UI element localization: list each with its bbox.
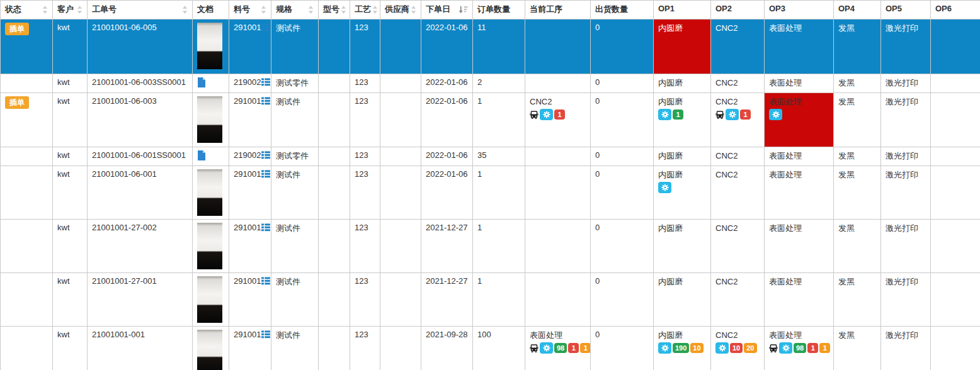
sort-icon[interactable] [182, 6, 188, 14]
spec-value: 测试件 [276, 277, 300, 286]
column-header-part_no[interactable]: 料号 [229, 1, 271, 20]
cell-current_op: CNC21 [525, 93, 591, 147]
craft-value: 123 [355, 223, 368, 232]
shipped-value: 0 [595, 223, 600, 232]
cell-op3: 表面处理 [765, 220, 834, 273]
process-name: 激光打印 [886, 150, 926, 161]
photo-thumbnail[interactable] [197, 330, 222, 370]
shipped-value: 0 [595, 96, 600, 106]
list-icon[interactable] [261, 170, 270, 178]
gear-icon[interactable] [658, 109, 671, 120]
order_no-value: 21001001-06-005 [92, 23, 157, 32]
cell-op4: 发黑 [834, 220, 881, 273]
table-row[interactable]: kwt21001001-06-001291001测试件1232022-01-06… [1, 166, 980, 220]
spec-value: 测试件 [276, 97, 300, 106]
gear-icon[interactable] [540, 109, 553, 120]
cell-model [319, 166, 350, 220]
column-header-supplier[interactable]: 供应商 [380, 1, 421, 20]
cell-op6 [931, 93, 980, 147]
photo-thumbnail[interactable] [197, 223, 222, 269]
cell-order_date: 2022-01-06 [421, 93, 473, 147]
cell-spec: 测试件 [271, 327, 319, 370]
gear-icon[interactable] [658, 342, 671, 354]
qty-value: 11 [477, 23, 486, 32]
gear-icon[interactable] [715, 342, 729, 354]
order_no-value: 21001001-001 [92, 330, 145, 339]
cell-qty: 1 [473, 273, 525, 327]
cell-op2: CNC2 [711, 166, 765, 220]
cell-part_no: 291001 [229, 93, 271, 147]
sort-icon[interactable] [411, 6, 416, 14]
customer-value: kwt [57, 169, 70, 179]
sort-icon[interactable] [341, 6, 346, 14]
gear-icon[interactable] [769, 109, 782, 120]
process-name: 表面处理 [769, 23, 829, 33]
sort-icon[interactable] [308, 6, 314, 14]
list-icon[interactable] [261, 78, 270, 86]
cell-op1: 内圆磨 [654, 147, 711, 166]
cell-model [319, 147, 350, 166]
customer-value: kwt [57, 223, 70, 232]
sort-desc-icon[interactable] [459, 6, 468, 14]
file-icon[interactable] [197, 77, 206, 87]
column-header-status[interactable]: 状态 [1, 1, 53, 20]
cell-shipped: 0 [591, 166, 654, 220]
table-row[interactable]: 插单kwt21001001-06-005291001测试件1232022-01-… [1, 20, 980, 74]
gear-icon[interactable] [658, 182, 671, 193]
gear-icon[interactable] [779, 342, 792, 354]
customer-value: kwt [57, 23, 70, 32]
photo-thumbnail[interactable] [197, 23, 222, 69]
sort-icon[interactable] [42, 6, 48, 14]
cell-op1: 内圆磨19010 [654, 327, 711, 370]
cell-op5: 激光打印 [881, 20, 931, 74]
list-icon[interactable] [261, 151, 270, 159]
file-icon[interactable] [197, 150, 206, 160]
list-icon[interactable] [261, 223, 270, 232]
count-badge: 1 [673, 109, 683, 120]
table-row[interactable]: kwt21001001-06-003SS0001219002测试零件123202… [1, 74, 980, 93]
gear-icon[interactable] [540, 342, 553, 354]
table-row[interactable]: kwt21001001-06-001SS0001219002测试零件123202… [1, 147, 980, 166]
sort-icon[interactable] [261, 6, 266, 14]
sort-icon[interactable] [372, 6, 378, 14]
truck-icon [715, 110, 724, 120]
column-header-shipped: 出货数量 [591, 1, 654, 20]
column-header-customer[interactable]: 客户 [53, 1, 88, 20]
column-label: 客户 [57, 4, 74, 15]
process-icons: 1 [658, 109, 706, 120]
list-icon[interactable] [261, 277, 270, 285]
table-row[interactable]: kwt21001001-001291001测试件1232021-09-28100… [1, 327, 980, 370]
table-row[interactable]: kwt21001001-27-002291001测试件1232021-12-27… [1, 220, 980, 273]
qty-value: 2 [477, 77, 482, 87]
cell-shipped: 0 [591, 20, 654, 74]
cell-order_no: 21001001-27-001 [88, 273, 193, 327]
photo-thumbnail[interactable] [197, 96, 222, 143]
cell-craft: 123 [350, 273, 380, 327]
sort-icon[interactable] [77, 6, 83, 14]
cell-op6 [931, 166, 980, 220]
list-icon[interactable] [261, 330, 270, 339]
list-icon[interactable] [261, 23, 270, 31]
photo-thumbnail[interactable] [197, 276, 222, 323]
cell-op3: 表面处理 [765, 74, 834, 93]
count-badge: 1 [568, 343, 579, 353]
table-row[interactable]: kwt21001001-27-001291001测试件1232021-12-27… [1, 273, 980, 327]
column-header-order_date[interactable]: 下单日 [421, 1, 473, 20]
column-label: 规格 [276, 4, 292, 15]
table-row[interactable]: 插单kwt21001001-06-003291001测试件1232022-01-… [1, 93, 980, 147]
list-icon[interactable] [261, 97, 270, 105]
cell-op5: 激光打印 [881, 327, 931, 370]
column-header-craft[interactable]: 工艺 [350, 1, 380, 20]
column-header-spec[interactable]: 规格 [271, 1, 319, 20]
column-header-order_no[interactable]: 工单号 [88, 1, 193, 20]
spec-value: 测试件 [276, 223, 300, 233]
gear-icon[interactable] [726, 109, 739, 120]
photo-thumbnail[interactable] [197, 169, 222, 216]
cell-order_date: 2021-12-27 [421, 273, 473, 327]
column-header-model[interactable]: 型号 [319, 1, 350, 20]
process-name: CNC2 [715, 77, 760, 88]
craft-value: 123 [355, 169, 368, 179]
qty-value: 1 [477, 276, 482, 286]
part-number: 291001 [234, 169, 261, 179]
column-header-current_op: 当前工序 [525, 1, 591, 20]
